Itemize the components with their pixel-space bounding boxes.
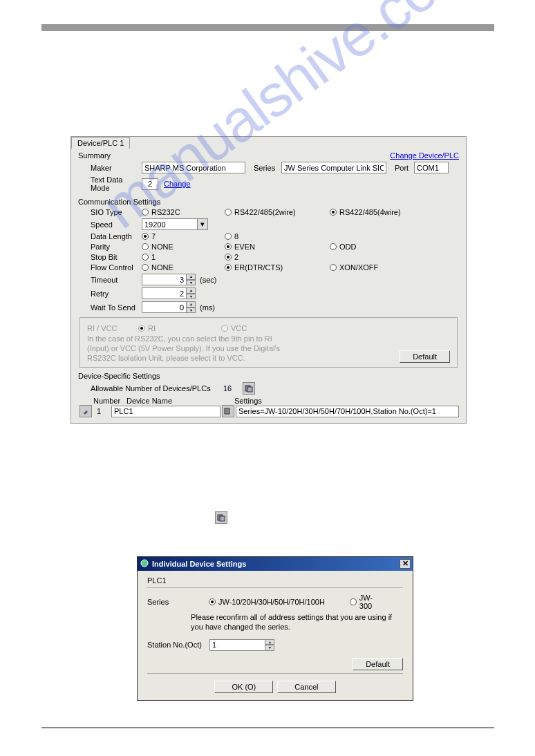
- ri-radio: RI: [138, 324, 203, 332]
- individual-device-dialog: Individual Device Settings ✕ PLC1 Series…: [137, 556, 413, 701]
- timeout-label: Timeout: [78, 276, 142, 284]
- row-device-name-field[interactable]: [111, 406, 220, 417]
- standalone-device-icon: [215, 511, 227, 524]
- flow-control-label: Flow Control: [78, 263, 142, 272]
- stopbit-1-radio[interactable]: 1: [142, 253, 207, 261]
- close-icon[interactable]: ✕: [400, 559, 411, 569]
- vcc-radio: VCC: [221, 324, 247, 332]
- series-field[interactable]: [281, 162, 386, 173]
- dialog-title: Individual Device Settings: [152, 560, 246, 568]
- sio-rs422-2wire-radio[interactable]: RS422/485(2wire): [225, 208, 312, 216]
- flow-xon-radio[interactable]: XON/XOFF: [330, 263, 378, 272]
- series-jw300-radio[interactable]: JW-300: [350, 594, 385, 610]
- bottom-divider: [41, 727, 494, 728]
- cancel-button[interactable]: Cancel: [277, 681, 335, 693]
- chevron-down-icon[interactable]: ▾: [265, 645, 274, 651]
- speed-label: Speed: [78, 220, 142, 229]
- svg-point-5: [141, 560, 148, 567]
- ri-vcc-box: RI / VCC RI VCC In the case of RS232C, y…: [79, 317, 458, 368]
- text-data-mode-field[interactable]: [142, 178, 158, 190]
- port-field[interactable]: [414, 162, 449, 173]
- svg-rect-4: [220, 516, 225, 521]
- port-label: Port: [395, 164, 414, 172]
- datalen-7-radio[interactable]: 7: [142, 232, 207, 240]
- default-button[interactable]: Default: [400, 350, 450, 363]
- series-label: Series: [147, 598, 209, 606]
- series-note: Please reconfirm all of address settings…: [191, 612, 403, 632]
- parity-none-radio[interactable]: NONE: [142, 243, 207, 251]
- comm-settings-label: Communication Settings: [78, 198, 459, 206]
- row-icon[interactable]: [79, 405, 92, 417]
- chevron-up-icon[interactable]: ▴: [186, 301, 196, 308]
- stopbit-2-radio[interactable]: 2: [225, 253, 238, 261]
- station-stepper[interactable]: ▴▾: [209, 639, 274, 651]
- device-plc-panel: Device/PLC 1 Summary Change Device/PLC M…: [71, 136, 467, 424]
- svg-rect-2: [225, 408, 229, 414]
- row-settings-icon[interactable]: [222, 405, 234, 417]
- series-jw10-radio[interactable]: JW-10/20H/30H/50H/70H/100H: [209, 598, 332, 606]
- sio-rs232c-radio[interactable]: RS232C: [142, 208, 207, 216]
- flow-none-radio[interactable]: NONE: [142, 263, 207, 272]
- wait-stepper[interactable]: ▴▾: [142, 301, 196, 313]
- text-data-mode-label: Text Data Mode: [78, 176, 142, 192]
- th-settings: Settings: [234, 397, 262, 405]
- tab-device-plc-1[interactable]: Device/PLC 1: [71, 137, 130, 149]
- wait-to-send-label: Wait To Send: [78, 303, 142, 312]
- device-icon: [224, 407, 232, 415]
- chevron-up-icon[interactable]: ▴: [265, 639, 274, 645]
- sio-type-label: SIO Type: [78, 208, 142, 216]
- parity-even-radio[interactable]: EVEN: [225, 243, 312, 251]
- flow-er-radio[interactable]: ER(DTR/CTS): [225, 263, 312, 272]
- parity-label: Parity: [78, 243, 142, 251]
- device-icon: [245, 384, 253, 393]
- maker-field[interactable]: [142, 162, 245, 173]
- retry-stepper[interactable]: ▴▾: [142, 287, 196, 299]
- table-row: 1: [78, 405, 459, 417]
- retry-label: Retry: [78, 290, 142, 298]
- ok-button[interactable]: OK (O): [214, 681, 273, 693]
- summary-label: Summary: [78, 151, 111, 160]
- ri-vcc-note: In the case of RS232C, you can select th…: [87, 334, 294, 363]
- allowable-label: Allowable Number of Devices/PLCs: [78, 384, 223, 393]
- chevron-up-icon[interactable]: ▴: [186, 287, 196, 294]
- speed-select[interactable]: ▾: [142, 218, 208, 230]
- maker-label: Maker: [78, 164, 142, 172]
- wrench-icon: [82, 408, 89, 415]
- series-label: Series: [254, 164, 281, 172]
- plc-name: PLC1: [147, 576, 403, 585]
- svg-rect-1: [247, 387, 252, 392]
- default-button[interactable]: Default: [353, 658, 403, 670]
- text-data-mode-change-link[interactable]: Change: [164, 180, 191, 188]
- app-icon: [140, 558, 149, 569]
- allowable-value: 16: [223, 384, 243, 393]
- row-number: 1: [92, 407, 106, 415]
- th-number: Number: [93, 397, 126, 405]
- add-device-icon[interactable]: [243, 382, 255, 395]
- th-device-name: Device Name: [126, 397, 234, 405]
- chevron-down-icon[interactable]: ▾: [197, 218, 208, 230]
- datalen-8-radio[interactable]: 8: [225, 232, 238, 240]
- dialog-titlebar: Individual Device Settings ✕: [138, 557, 413, 571]
- stop-bit-label: Stop Bit: [78, 253, 142, 261]
- chevron-down-icon[interactable]: ▾: [186, 308, 196, 314]
- sio-rs422-4wire-radio[interactable]: RS422/485(4wire): [330, 208, 401, 216]
- device-icon: [217, 513, 225, 522]
- device-specific-label: Device-Specific Settings: [78, 372, 459, 380]
- chevron-down-icon[interactable]: ▾: [186, 294, 196, 300]
- parity-odd-radio[interactable]: ODD: [330, 243, 356, 251]
- timeout-stepper[interactable]: ▴▾: [142, 274, 196, 285]
- wait-unit: (ms): [200, 303, 215, 312]
- chevron-up-icon[interactable]: ▴: [186, 274, 196, 280]
- top-divider: [41, 24, 494, 31]
- ri-vcc-label: RI / VCC: [87, 324, 138, 332]
- chevron-down-icon[interactable]: ▾: [186, 280, 196, 286]
- row-settings-field[interactable]: [236, 406, 459, 417]
- data-length-label: Data Length: [78, 232, 142, 240]
- station-label: Station No.(Oct): [147, 641, 209, 649]
- change-device-link[interactable]: Change Device/PLC: [390, 151, 459, 160]
- timeout-unit: (sec): [200, 276, 216, 284]
